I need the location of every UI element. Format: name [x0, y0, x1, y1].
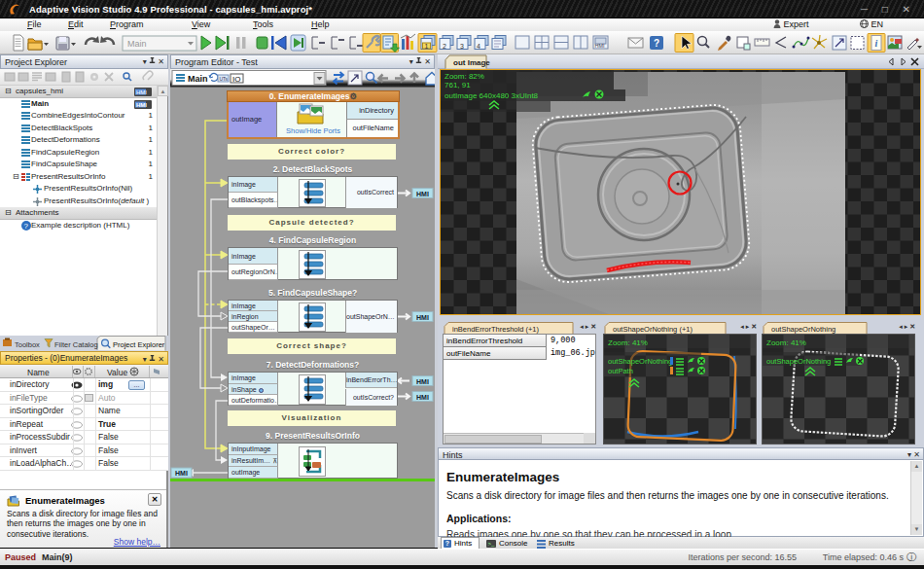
- svg-text:Value: Value: [107, 368, 127, 377]
- svg-text:HMI: HMI: [416, 191, 429, 197]
- svg-text:Name: Name: [27, 368, 50, 377]
- svg-text:inBendErrorThreshold (+1): inBendErrorThreshold (+1): [452, 325, 540, 334]
- svg-text:HMI: HMI: [416, 394, 429, 401]
- svg-text:4: 4: [477, 43, 480, 50]
- svg-text:UTs: UTs: [220, 76, 229, 82]
- svg-text:2: 2: [443, 43, 446, 50]
- svg-text:outPath: outPath: [608, 367, 633, 375]
- svg-text:HMI: HMI: [136, 102, 147, 108]
- svg-text:?: ?: [24, 222, 29, 231]
- svg-text:?: ?: [654, 38, 659, 49]
- svg-text:HMI: HMI: [175, 470, 188, 477]
- svg-text:Filter Catalog: Filter Catalog: [54, 340, 98, 349]
- svg-text:HMI: HMI: [136, 89, 147, 95]
- svg-text:i: i: [875, 38, 878, 49]
- svg-text:outImage 640x480 3xUInt8: outImage 640x480 3xUInt8: [444, 91, 539, 100]
- svg-text:3: 3: [460, 43, 464, 50]
- svg-text:761, 91: 761, 91: [444, 81, 471, 89]
- svg-text:outShapeOrNothing: outShapeOrNothing: [771, 325, 835, 334]
- svg-text:Toolbox: Toolbox: [15, 340, 40, 349]
- svg-text:outShapeOrNothing (+1): outShapeOrNothing (+1): [613, 325, 693, 334]
- svg-text:Zoom: 41%: Zoom: 41%: [608, 338, 648, 347]
- svg-text:out Image: out Image: [453, 58, 490, 67]
- svg-text:Zoom: 82%: Zoom: 82%: [444, 72, 484, 81]
- svg-text:outShapeOrNothing: outShapeOrNothing: [766, 357, 831, 366]
- svg-text:Main: Main: [188, 74, 208, 84]
- svg-text:Project Explorer: Project Explorer: [113, 340, 165, 349]
- svg-text:outShapeOrNothing: outShapeOrNothing: [608, 357, 672, 366]
- svg-text:1: 1: [425, 43, 429, 50]
- svg-text:Zoom: 41%: Zoom: 41%: [766, 338, 806, 347]
- svg-text:Main: Main: [127, 39, 147, 49]
- svg-text:HMI: HMI: [416, 378, 429, 385]
- svg-text:HMI: HMI: [595, 43, 606, 49]
- svg-text:HMI: HMI: [416, 314, 429, 321]
- svg-text:IO: IO: [232, 75, 240, 84]
